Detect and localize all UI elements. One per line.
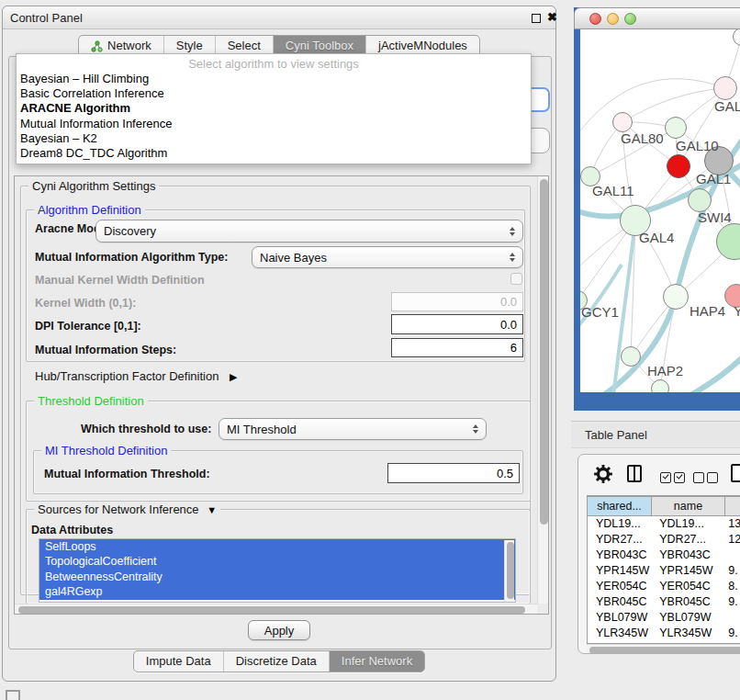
bottom-tab-bar: Impute Data Discretize Data Infer Networ… (3, 650, 555, 672)
control-panel-titlebar[interactable]: Control Panel ✖ (3, 6, 555, 29)
cell: YBL079W (651, 610, 723, 626)
expand-right-icon[interactable]: ▶ (230, 371, 237, 382)
deselect-all-checkboxes-icon[interactable] (693, 470, 718, 487)
cell: YER054C (651, 579, 723, 594)
mi-steps-input[interactable] (391, 338, 523, 357)
table-horizontal-thumb[interactable] (589, 647, 740, 654)
algorithm-option[interactable]: Dream8 DC_TDC Algorithm (17, 146, 531, 161)
cell: YDR27... (588, 532, 651, 548)
sources-title[interactable]: Sources for Network Inference ▼ (34, 502, 220, 516)
table-row[interactable]: YDR27... YDR27... 12 (588, 532, 740, 548)
mi-steps-label: Mutual Information Steps: (35, 344, 176, 356)
network-node[interactable] (663, 284, 689, 310)
algorithm-option[interactable]: Basic Correlation Inference (17, 86, 531, 101)
cell: YLR345W (588, 626, 651, 641)
cell: YPR145W (588, 563, 651, 579)
tab-discretize-data-label: Discretize Data (236, 651, 317, 672)
algorithm-option[interactable]: Mutual Information Inference (17, 117, 531, 131)
algorithm-option[interactable]: Bayesian – Hill Climbing (17, 72, 531, 86)
list-scrollbar[interactable] (504, 540, 514, 603)
table-horizontal-scrollbar[interactable] (587, 644, 740, 654)
mi-threshold-definition-title: MI Threshold Definition (41, 444, 171, 457)
cell: 9. (723, 594, 740, 610)
aracne-mode-combo[interactable]: Discovery (95, 220, 523, 243)
apply-button[interactable]: Apply (248, 620, 310, 640)
settings-horizontal-scrollbar[interactable] (15, 604, 537, 615)
mi-threshold-input[interactable] (387, 463, 520, 483)
list-item[interactable]: gal4RGexp (39, 584, 515, 599)
which-threshold-label: Which threshold to use: (81, 423, 211, 435)
algorithm-definition-title: Algorithm Definition (34, 203, 145, 217)
float-window-icon[interactable] (532, 14, 541, 23)
algorithm-option-selected[interactable]: ARACNE Algorithm (17, 101, 531, 116)
cell (723, 610, 740, 626)
mi-algorithm-type-combo[interactable]: Naive Bayes (252, 246, 523, 268)
kernel-width-label: Kernel Width (0,1): (35, 297, 136, 310)
close-traffic-light[interactable] (589, 13, 601, 25)
column-header-partial[interactable] (725, 496, 740, 516)
zoom-traffic-light[interactable] (624, 13, 636, 25)
network-icon (91, 40, 103, 52)
network-window-titlebar[interactable] (574, 7, 740, 29)
new-table-icon[interactable] (731, 464, 740, 482)
node-label: SWI4 (698, 209, 732, 225)
window-title: Control Panel (10, 11, 83, 25)
cell (723, 548, 740, 563)
cell: YDL19... (588, 516, 651, 532)
collapsed-panel-icon[interactable] (6, 690, 20, 700)
network-node-red[interactable] (667, 154, 690, 178)
table-panel-titlebar: Table Panel (571, 421, 740, 448)
network-node[interactable] (651, 379, 669, 392)
table-row[interactable]: YER054C YER054C 8. (588, 579, 740, 594)
collapse-down-icon[interactable]: ▼ (207, 504, 217, 515)
list-item[interactable]: SelfLoops (39, 539, 515, 554)
algorithm-option[interactable]: Bayesian – K2 (17, 131, 531, 146)
network-node[interactable] (612, 112, 633, 132)
mi-algorithm-type-label: Mutual Information Algorithm Type: (35, 251, 228, 264)
apply-button-label: Apply (264, 624, 295, 638)
data-attributes-list[interactable]: SelfLoops TopologicalCoefficient Between… (39, 538, 516, 603)
tab-discretize-data[interactable]: Discretize Data (223, 651, 329, 672)
settings-horizontal-thumb[interactable] (18, 606, 525, 614)
cell: YER054C (588, 579, 651, 594)
table-row[interactable]: YBR043C YBR043C (588, 548, 740, 563)
network-canvas[interactable]: GAL7 GAL80 GAL10 GAL1 GAL11 SWI4 GAL4 GC… (580, 29, 740, 392)
aracne-mode-value: Discovery (104, 224, 510, 238)
column-header-name[interactable]: name (652, 496, 725, 516)
minimize-traffic-light[interactable] (607, 13, 619, 25)
network-node[interactable] (621, 346, 641, 367)
hub-definition-label[interactable]: Hub/Transcription Factor Definition ▶ (35, 369, 237, 383)
table-row[interactable]: YBR045C YBR045C 9. (588, 594, 740, 610)
tab-infer-network[interactable]: Infer Network (329, 651, 424, 672)
tab-impute-data-label: Impute Data (146, 651, 211, 672)
tab-impute-data[interactable]: Impute Data (134, 651, 223, 672)
list-item[interactable]: BetweennessCentrality (39, 570, 515, 584)
which-threshold-combo[interactable]: MI Threshold (219, 418, 487, 440)
kernel-width-input[interactable] (391, 292, 523, 311)
combo-arrows-icon (510, 253, 515, 262)
settings-vertical-thumb[interactable] (540, 179, 548, 525)
table-row[interactable]: YPR145W YPR145W 9. (588, 563, 740, 579)
tab-infer-network-label: Infer Network (342, 651, 412, 672)
node-label: Y (734, 303, 740, 319)
cyni-algorithm-settings-title: Cyni Algorithm Settings (28, 179, 159, 193)
column-selector-icon[interactable] (627, 465, 642, 482)
table-row[interactable]: YLR345W YLR345W 9. (588, 626, 740, 641)
close-icon[interactable]: ✖ (547, 10, 557, 25)
table-panel-window: shared... name YDL19... YDL19... 13 YDR2… (577, 454, 740, 654)
network-node[interactable] (713, 76, 737, 100)
column-header-shared-name[interactable]: shared... (588, 496, 652, 516)
manual-kernel-width-checkbox[interactable] (510, 273, 522, 285)
dpi-tolerance-input[interactable] (391, 314, 523, 334)
select-all-checkboxes-icon[interactable] (660, 470, 685, 487)
table-row[interactable]: YDL19... YDL19... 13 (588, 516, 740, 532)
network-node[interactable] (665, 117, 687, 139)
list-item[interactable]: TopologicalCoefficient (39, 554, 515, 569)
list-scrollbar-thumb[interactable] (507, 542, 514, 599)
settings-vertical-scrollbar[interactable] (537, 176, 549, 604)
table-row[interactable]: YBL079W YBL079W (588, 610, 740, 626)
sources-title-text: Sources for Network Inference (38, 502, 199, 516)
cell: YBR043C (651, 548, 723, 563)
table-panel-title: Table Panel (585, 428, 647, 442)
table-settings-gear-icon[interactable] (593, 464, 613, 488)
